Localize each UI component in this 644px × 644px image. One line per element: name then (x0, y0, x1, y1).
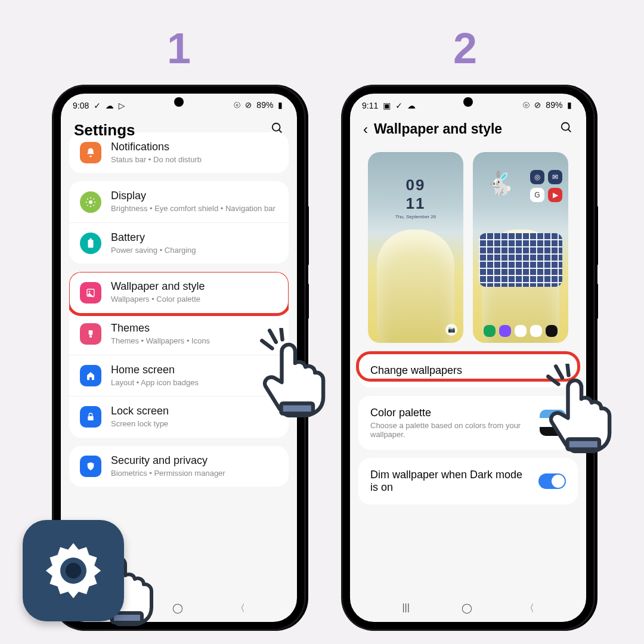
svg-line-9 (87, 205, 88, 206)
status-icon: ✓ (94, 101, 101, 110)
settings-app-icon[interactable] (23, 520, 124, 621)
row-title: Notifications (111, 141, 278, 153)
row-title: Lock screen (111, 405, 278, 417)
step-number-2: 2 (453, 24, 477, 73)
svg-point-24 (66, 563, 81, 578)
search-icon[interactable] (560, 121, 573, 138)
option-change-wallpapers[interactable]: Change wallpapers (358, 354, 578, 388)
dock-icon (546, 325, 558, 337)
settings-row-battery[interactable]: Battery Power saving • Charging (69, 222, 289, 264)
svg-line-18 (568, 129, 571, 132)
wifi-icon: ⦾ (234, 100, 240, 110)
brush-icon (80, 323, 101, 345)
status-time: 9:08 (73, 101, 89, 110)
nav-back-icon[interactable]: 〈 (525, 602, 534, 615)
svg-point-2 (89, 200, 92, 204)
gallery-icon: ▣ (383, 101, 391, 110)
home-icons: ◎ ✉ G ▶ (530, 170, 562, 202)
settings-row-security[interactable]: Security and privacy Biometrics • Permis… (69, 446, 289, 487)
option-dim-wallpaper[interactable]: Dim wallpaper when Dark mode is on (358, 458, 578, 504)
row-title: Security and privacy (111, 454, 278, 467)
wifi-icon: ⦾ (523, 100, 530, 110)
lock-screen-preview[interactable]: 09 11 Thu, September 26 📷 (368, 152, 463, 343)
bell-icon (80, 142, 101, 163)
option-title: Dim wallpaper when Dark mode is on (370, 469, 525, 494)
settings-group: Wallpaper and style Wallpapers • Color p… (69, 272, 289, 437)
settings-row-notifications[interactable]: Notifications Status bar • Do not distur… (69, 132, 289, 174)
settings-row-themes[interactable]: Themes Themes • Wallpapers • Icons (69, 313, 289, 355)
settings-group: Security and privacy Biometrics • Permis… (69, 446, 289, 487)
battery-icon (80, 233, 101, 254)
row-sub: Power saving • Charging (111, 245, 278, 256)
svg-rect-11 (88, 240, 94, 248)
svg-rect-16 (88, 416, 93, 420)
option-title: Change wallpapers (370, 364, 462, 377)
nav-home-icon[interactable]: ◯ (462, 602, 472, 615)
camera-cutout (174, 97, 184, 107)
clock-widget: 09 11 Thu, September 26 (368, 176, 463, 219)
battery-text: 89% (256, 100, 273, 110)
svg-point-0 (273, 123, 280, 131)
phone-mockup-2: 9:11 ▣ ✓ ☁ ⦾ ⊘ 89% ▮ ‹ Wallpaper and sty… (343, 86, 593, 629)
row-sub: Screen lock type (111, 419, 278, 429)
camera-shortcut-icon: 📷 (445, 324, 457, 336)
option-title: Color palette (370, 407, 532, 419)
nav-recent-icon[interactable]: ||| (402, 602, 409, 615)
app-icon: ◎ (530, 170, 544, 184)
image-icon (80, 282, 101, 304)
battery-icon: ▮ (567, 100, 572, 110)
row-sub: Status bar • Do not disturb (111, 154, 278, 165)
app-icon: G (530, 188, 544, 202)
shield-icon (80, 456, 101, 477)
svg-rect-12 (90, 239, 92, 240)
dock-icon (499, 325, 511, 337)
app-icon: ▶ (548, 188, 562, 202)
settings-group: Display Brightness • Eye comfort shield … (69, 181, 289, 264)
home-screen-preview[interactable]: 🐇 ◎ ✉ G ▶ (473, 152, 568, 343)
status-icon: ✓ (395, 101, 402, 110)
settings-row-home[interactable]: Home screen Layout • App icon badges (69, 355, 289, 397)
svg-point-17 (562, 123, 569, 131)
settings-row-wallpaper[interactable]: Wallpaper and style Wallpapers • Color p… (69, 272, 289, 313)
page-title: Wallpaper and style (374, 121, 502, 137)
sticker-icon: 🐇 (486, 170, 514, 196)
nav-back-icon[interactable]: 〈 (236, 602, 245, 615)
cloud-icon: ☁ (407, 101, 416, 110)
battery-text: 89% (546, 100, 562, 110)
row-title: Home screen (111, 364, 278, 376)
nav-bar: ||| ◯ 〈 (350, 602, 586, 615)
settings-row-lock[interactable]: Lock screen Screen lock type (69, 396, 289, 438)
cloud-icon: ☁ (106, 101, 114, 110)
palette-swatch-icon (540, 410, 566, 436)
app-header: ‹ Wallpaper and style (350, 113, 586, 148)
sun-icon (80, 191, 101, 213)
row-sub: Layout • App icon badges (111, 377, 278, 388)
lock-icon (80, 406, 101, 428)
wallpaper-previews: 09 11 Thu, September 26 📷 🐇 ◎ ✉ G ▶ (350, 148, 586, 354)
no-signal-icon: ⊘ (534, 100, 541, 110)
toggle-switch[interactable] (538, 473, 566, 489)
dock-icon (530, 325, 542, 337)
row-title: Display (111, 190, 278, 202)
back-icon[interactable]: ‹ (363, 121, 368, 138)
svg-point-14 (89, 290, 91, 292)
row-sub: Brightness • Eye comfort shield • Naviga… (111, 203, 278, 214)
camera-cutout (463, 97, 473, 107)
battery-icon: ▮ (278, 100, 283, 110)
dock (479, 325, 562, 337)
dock-icon (515, 325, 527, 337)
svg-line-7 (87, 199, 88, 200)
svg-rect-15 (89, 336, 92, 338)
option-color-palette[interactable]: Color palette Choose a palette based on … (358, 396, 578, 450)
home-icon (80, 365, 101, 386)
step-number-1: 1 (167, 24, 191, 73)
svg-line-8 (94, 205, 95, 206)
option-sub: Choose a palette based on colors from yo… (370, 421, 532, 439)
calendar-widget (479, 233, 562, 287)
play-icon: ▷ (119, 101, 125, 110)
gear-icon (41, 538, 106, 603)
svg-line-10 (94, 199, 95, 200)
settings-row-display[interactable]: Display Brightness • Eye comfort shield … (69, 181, 289, 222)
nav-home-icon[interactable]: ◯ (172, 602, 183, 615)
settings-group: Notifications Status bar • Do not distur… (69, 132, 289, 174)
